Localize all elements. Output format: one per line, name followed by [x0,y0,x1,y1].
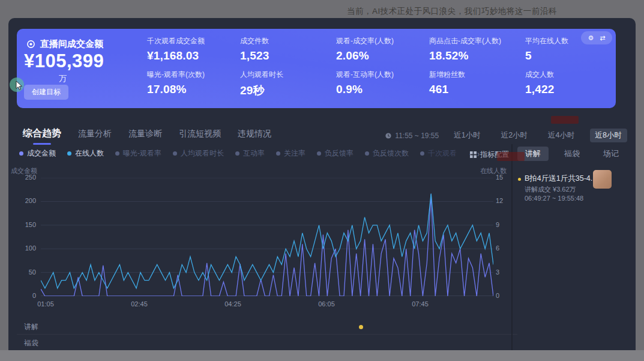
time-range[interactable]: 11:55 ~ 19:55 [385,132,439,140]
event-row-explain: 讲解 [24,322,38,332]
kpi-main-value: ¥105,399 [24,50,104,72]
left-tick: 100 [17,244,36,252]
legend-item-interaction-rate[interactable]: 互动率 [235,148,265,159]
legend-dot [115,151,119,156]
time-option-8h[interactable]: 近8小时 [590,129,627,142]
tab-short-video[interactable]: 引流短视频 [179,129,221,139]
legend-item-avg-watch-time[interactable]: 人均观看时长 [173,148,224,159]
legend-dot [67,151,71,156]
event-row-lucky-bag: 福袋 [24,338,38,348]
explain-item-time: 06:49:27 ~ 19:55:48 [525,195,583,202]
side-tab-lucky-bag[interactable]: 福袋 [556,147,588,161]
divider [17,334,517,335]
legend-dot [235,151,239,156]
metric-cell: 人均观看时长29秒 [240,70,336,101]
product-thumbnail [593,170,612,189]
left-tick: 150 [17,221,36,228]
side-panel-tabs: 讲解 福袋 场记 [517,147,627,161]
side-tab-notes[interactable]: 场记 [595,147,627,161]
time-option-2h[interactable]: 近2小时 [496,129,533,142]
explain-item-title[interactable]: B拍4斤送1斤共35-4... [525,174,593,184]
tab-traffic-diagnosis[interactable]: 流量诊断 [128,129,162,139]
kpi-unit: 万 [59,73,67,84]
kpi-panel: 直播间成交金额 ¥105,399 万 创建目标 ⚙ ⇄ 千次观看成交金额¥1,1… [17,29,616,108]
screen-artifact [551,116,579,124]
metric-cell: 千次观看成交金额¥1,168.03 [147,36,240,70]
tab-overall-trend[interactable]: 综合趋势 [23,127,61,140]
x-tick: 06:05 [308,300,345,308]
time-filter: 11:55 ~ 19:55 近1小时 近2小时 近4小时 近8小时 [385,129,627,142]
tab-traffic-analysis[interactable]: 流量分析 [78,129,112,139]
legend-dot [173,151,177,156]
legend-item-per-thousand[interactable]: 千次观看 [420,148,457,159]
grid-icon [470,151,477,158]
legend-item-gmv[interactable]: 成交金额 [19,148,56,159]
kpi-metrics-grid: 千次观看成交金额¥1,168.03 成交件数1,523 观看-成交率(人数)2.… [147,36,609,101]
x-tick: 04:25 [215,300,251,308]
metric-cell: 观看-互动率(人数)0.9% [336,70,429,101]
taskbar-strip [0,350,644,361]
left-tick: 200 [17,197,36,204]
metric-cell: 平均在线人数5 [525,36,609,70]
legend-item-follow-rate[interactable]: 关注率 [276,148,305,159]
video-subtitle-text: 当前，AI技术正处于风口浪尖，我们巧妙地将这一前沿科 [347,6,557,17]
x-tick: 02:45 [121,300,157,308]
series-成交金额 [41,195,493,296]
bullet-dot [518,178,521,181]
explain-item-gmv: 讲解成交 ¥3.62万 [525,185,576,194]
chart-legend: 成交金额 在线人数 曝光-观看率 人均观看时长 互动率 关注率 负反馈率 负反馈… [19,148,480,159]
metric-cell: 成交件数1,523 [240,36,336,70]
x-tick: 01:05 [28,300,64,308]
trend-tabs: 综合趋势 流量分析 流量诊断 引流短视频 违规情况 [23,127,271,140]
kpi-title: 直播间成交金额 [40,38,103,50]
clock-icon [385,132,392,139]
legend-dot [317,151,321,156]
left-tick: 0 [17,292,36,299]
panel-divider [511,144,513,350]
target-icon [26,40,35,49]
metric-cell: 商品点击-成交率(人数)18.52% [429,36,525,70]
left-tick: 250 [17,174,36,181]
time-option-1h[interactable]: 近1小时 [448,129,486,142]
x-tick: 07:45 [402,300,438,308]
explain-event-marker[interactable] [359,325,363,329]
legend-item-negative-count[interactable]: 负反馈次数 [365,148,409,159]
metric-cell: 新增粉丝数461 [429,70,525,101]
trend-line-chart [41,178,493,296]
legend-dot [19,151,23,156]
legend-dot [420,151,424,156]
legend-item-exposure-view-rate[interactable]: 曝光-观看率 [115,148,161,159]
mouse-cursor [16,80,23,91]
screen-artifact [497,152,525,161]
legend-item-negative-rate[interactable]: 负反馈率 [317,148,354,159]
legend-dot [365,151,369,156]
metric-cell: 观看-成交率(人数)2.06% [336,36,429,70]
metric-cell: 曝光-观看率(次数)17.08% [147,70,240,101]
time-option-4h[interactable]: 近4小时 [543,129,580,142]
kpi-panel-header: 直播间成交金额 [26,38,103,50]
legend-item-online[interactable]: 在线人数 [67,148,104,159]
tab-violations[interactable]: 违规情况 [238,129,271,139]
left-tick: 50 [17,268,36,276]
legend-dot [276,151,280,156]
create-goal-button[interactable]: 创建目标 [24,85,68,100]
metric-cell: 成交人数1,422 [525,70,609,101]
